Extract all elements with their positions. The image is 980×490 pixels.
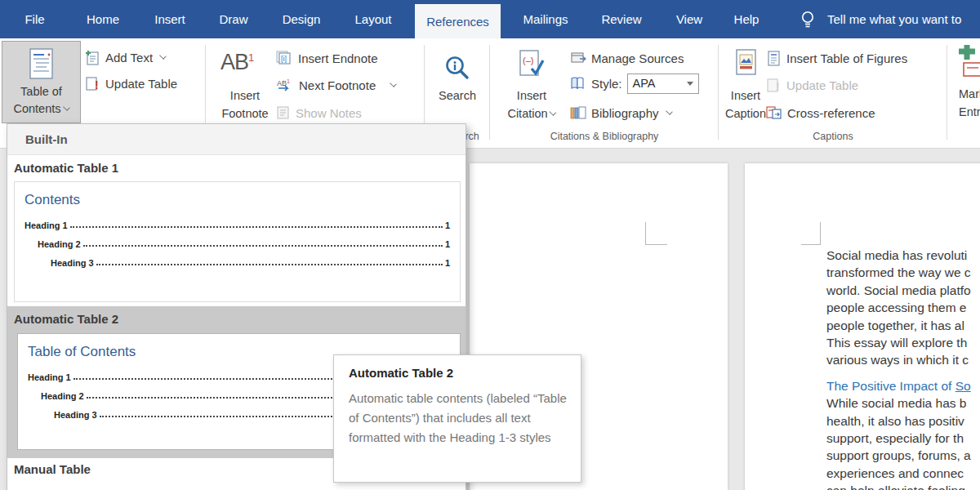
insert-citation-label2[interactable]: Citation	[507, 107, 555, 120]
toc-entry: Heading 21	[24, 237, 450, 249]
doc-heading-link[interactable]: So	[956, 379, 971, 393]
tab-insert[interactable]: Insert	[145, 0, 194, 38]
update-table-button[interactable]: ! Update Table	[85, 74, 177, 92]
margin-mark	[645, 222, 646, 245]
insert-footnote-glyph: AB1	[220, 50, 253, 75]
dropdown-section-header: Built-In	[7, 124, 466, 155]
tab-draw[interactable]: Draw	[211, 0, 256, 38]
insert-table-of-figures-label: Insert Table of Figures	[786, 51, 907, 65]
bibliography-icon	[570, 105, 586, 120]
lightbulb-icon	[800, 10, 816, 29]
table-of-contents-button[interactable]: Table of Contents	[2, 41, 81, 123]
svg-text:(–): (–)	[523, 56, 533, 65]
svg-text:!: !	[776, 80, 780, 93]
insert-caption-label[interactable]: Insert	[731, 89, 760, 102]
cross-reference-label: Cross-reference	[787, 106, 875, 120]
search-button[interactable]: Search	[439, 89, 476, 102]
document-page-2[interactable]: Social media has revoluti transformed th…	[745, 163, 980, 490]
doc-line: people accessing them e	[826, 299, 971, 316]
update-table-icon: !	[85, 76, 100, 91]
group-separator	[489, 45, 490, 140]
tab-help[interactable]: Help	[727, 0, 766, 38]
doc-line: various ways in which it c	[826, 351, 971, 368]
tab-review[interactable]: Review	[595, 0, 648, 38]
insert-table-of-figures-icon	[766, 51, 782, 66]
tab-references[interactable]: References	[415, 4, 501, 38]
menu-bar: File Home Insert Draw Design Layout Refe…	[0, 0, 980, 38]
insert-caption-label2[interactable]: Caption	[725, 107, 766, 120]
tab-mailings[interactable]: Mailings	[517, 0, 574, 38]
group-label-citations: Citations & Bibliography	[550, 131, 659, 142]
svg-text:[i]: [i]	[281, 55, 287, 63]
tab-layout[interactable]: Layout	[346, 0, 400, 38]
search-icon	[443, 55, 471, 82]
tab-design[interactable]: Design	[274, 0, 328, 38]
chevron-down-icon	[159, 52, 167, 60]
automatic-table-1-title: Automatic Table 1	[14, 161, 118, 175]
insert-footnote-label2[interactable]: Footnote	[221, 107, 268, 120]
show-notes-label: Show Notes	[296, 106, 362, 120]
manage-sources-label: Manage Sources	[591, 51, 684, 65]
tab-home[interactable]: Home	[78, 0, 128, 38]
add-text-button[interactable]: Add Text	[85, 48, 166, 66]
automatic-table-2-title: Automatic Table 2	[14, 312, 118, 326]
insert-citation-label[interactable]: Insert	[517, 89, 546, 102]
group-separator	[947, 45, 947, 140]
next-footnote-icon: AB 1	[276, 78, 294, 93]
chevron-down-icon	[63, 104, 70, 111]
group-separator	[718, 45, 719, 140]
doc-line: can help alleviate feeling	[826, 482, 971, 490]
tab-view[interactable]: View	[670, 0, 709, 38]
tab-file[interactable]: File	[16, 0, 53, 38]
tooltip-body: Automatic table contents (labeled “Table…	[349, 389, 568, 448]
dot-leader	[96, 264, 443, 265]
doc-line: world. Social media platfo	[826, 282, 971, 299]
insert-endnote-button[interactable]: [i] Insert Endnote	[276, 49, 378, 67]
doc-heading: The Positive Impact of So	[826, 377, 971, 394]
style-label: Style:	[591, 77, 622, 91]
chevron-down-icon	[390, 80, 397, 87]
doc-line: health, it also has positiv	[826, 412, 971, 430]
bibliography-button[interactable]: Bibliography	[570, 104, 672, 122]
group-label-captions: Captions	[813, 131, 853, 142]
tell-me-box[interactable]: Tell me what you want to	[827, 0, 961, 38]
automatic-table-1-option[interactable]: Contents Heading 11 Heading 21 Heading 3…	[14, 181, 461, 302]
insert-endnote-icon: [i]	[276, 51, 293, 65]
toc-icon	[28, 48, 56, 79]
next-footnote-button[interactable]: AB 1 Next Footnote	[276, 76, 396, 94]
style-icon	[570, 76, 586, 91]
update-table-captions-button: ! Update Table	[766, 76, 858, 94]
manual-table-option[interactable]: Manual Table	[14, 462, 91, 476]
tooltip: Automatic Table 2 Automatic table conten…	[333, 354, 581, 483]
insert-table-of-figures-button[interactable]: Insert Table of Figures	[766, 49, 907, 67]
preview-title: Contents	[24, 192, 450, 208]
tooltip-title: Automatic Table 2	[349, 366, 566, 380]
cross-reference-button[interactable]: Cross-reference	[766, 104, 875, 122]
doc-line: support groups, forums, a	[826, 447, 971, 464]
doc-line: people together, it has al	[826, 317, 971, 334]
margin-mark	[801, 244, 821, 245]
insert-footnote-label[interactable]: Insert	[230, 89, 260, 102]
doc-line: This essay will explore th	[826, 334, 971, 351]
insert-citation-icon: (–)	[515, 49, 546, 80]
mark-entry-label[interactable]: Mark	[959, 87, 980, 100]
document-text-block: Social media has revoluti transformed th…	[826, 247, 971, 490]
insert-caption-icon	[731, 48, 760, 79]
svg-text:1: 1	[287, 78, 290, 84]
svg-text:!: !	[95, 78, 99, 91]
insert-endnote-label: Insert Endnote	[298, 51, 378, 65]
style-row: Style: APA	[570, 74, 699, 92]
manage-sources-button[interactable]: Manage Sources	[570, 49, 684, 67]
doc-line: Social media has revoluti	[826, 247, 971, 264]
style-combobox[interactable]: APA	[627, 74, 699, 94]
dot-leader	[83, 245, 443, 247]
show-notes-icon	[276, 105, 291, 120]
doc-line: While social media has b	[826, 394, 971, 412]
chevron-down-icon	[666, 108, 673, 115]
next-footnote-label: Next Footnote	[299, 78, 376, 92]
doc-line: experiences and connec	[826, 465, 971, 482]
combo-arrow-icon	[687, 82, 693, 86]
toc-button-label2: Contents	[13, 100, 69, 118]
style-value: APA	[633, 77, 656, 90]
mark-entry-label2[interactable]: Entry	[959, 105, 980, 118]
